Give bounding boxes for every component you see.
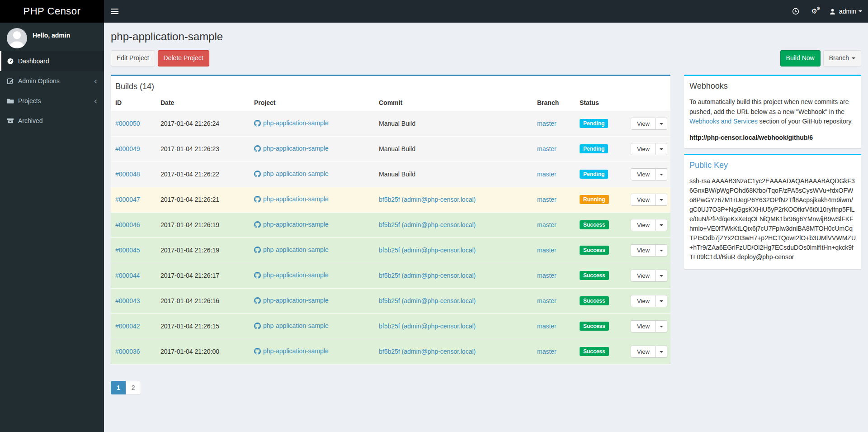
build-id-link[interactable]: #000045	[115, 247, 140, 254]
user-menu[interactable]: admin	[823, 0, 868, 23]
view-dropdown-toggle[interactable]	[656, 346, 667, 358]
cogs-icon: ⚙⚙	[811, 8, 817, 15]
status-badge: Pending	[580, 144, 608, 153]
project-link[interactable]: php-application-sample	[254, 221, 329, 228]
status-badge: Success	[580, 246, 609, 255]
edit-project-button[interactable]: Edit Project	[111, 50, 155, 66]
edit-icon	[7, 77, 14, 85]
status-badge: Success	[580, 296, 609, 305]
pagination: 12	[111, 381, 141, 394]
view-dropdown-toggle[interactable]	[656, 194, 667, 206]
view-dropdown-toggle[interactable]	[656, 168, 667, 180]
branch-link[interactable]: master	[537, 171, 557, 178]
view-dropdown-toggle[interactable]	[656, 219, 667, 231]
pagination-page-1[interactable]: 1	[111, 381, 126, 394]
branch-link[interactable]: master	[537, 247, 557, 254]
commit-text: Manual Build	[379, 171, 415, 178]
branch-link[interactable]: master	[537, 297, 557, 304]
branch-link[interactable]: master	[537, 120, 557, 127]
project-link[interactable]: php-application-sample	[254, 322, 329, 329]
commit-text: Manual Build	[379, 120, 415, 127]
folder-icon	[7, 97, 14, 104]
build-history-button[interactable]	[786, 0, 805, 23]
view-button[interactable]: View	[631, 194, 656, 206]
build-id-link[interactable]: #000046	[115, 221, 140, 228]
project-link[interactable]: php-application-sample	[254, 195, 329, 203]
view-button[interactable]: View	[631, 320, 656, 332]
build-date: 2017-01-04 21:26:22	[156, 161, 250, 187]
project-link[interactable]: php-application-sample	[254, 145, 329, 152]
sidebar-toggle-button[interactable]	[104, 0, 126, 23]
builds-title: Builds (14)	[115, 82, 666, 91]
app-logo[interactable]: PHP Censor	[0, 0, 104, 23]
project-link[interactable]: php-application-sample	[254, 297, 329, 304]
build-id-link[interactable]: #000044	[115, 272, 140, 279]
view-button[interactable]: View	[631, 219, 656, 231]
project-link[interactable]: php-application-sample	[254, 170, 329, 177]
build-id-link[interactable]: #000048	[115, 171, 140, 178]
build-id-link[interactable]: #000047	[115, 196, 140, 203]
project-link[interactable]: php-application-sample	[254, 246, 329, 253]
project-name: php-application-sample	[263, 246, 329, 253]
commit-link[interactable]: bf5b25f (admin@php-censor.local)	[379, 221, 476, 228]
view-button[interactable]: View	[631, 295, 656, 307]
build-row: #000044 2017-01-04 21:26:17 php-applicat…	[111, 263, 670, 288]
branch-link[interactable]: master	[537, 348, 557, 355]
main-content: php-application-sample Edit Project Dele…	[104, 23, 868, 401]
settings-button[interactable]: ⚙⚙	[805, 0, 823, 23]
commit-text: Manual Build	[379, 145, 415, 152]
view-dropdown-toggle[interactable]	[656, 270, 667, 282]
sidebar-menu: Dashboard Admin Options ‹ Projects ‹ Arc…	[0, 51, 104, 131]
branch-dropdown-button[interactable]: Branch	[823, 50, 861, 66]
caret-down-icon	[660, 123, 663, 125]
webhooks-services-link[interactable]: Webhooks and Services	[689, 118, 758, 125]
github-icon	[254, 348, 261, 355]
commit-link[interactable]: bf5b25f (admin@php-censor.local)	[379, 247, 476, 254]
build-id-link[interactable]: #000042	[115, 323, 140, 330]
branch-link[interactable]: master	[537, 145, 557, 152]
commit-link[interactable]: bf5b25f (admin@php-censor.local)	[379, 196, 476, 203]
col-header-id: ID	[111, 95, 156, 111]
view-button[interactable]: View	[631, 270, 656, 282]
branch-link[interactable]: master	[537, 221, 557, 228]
branch-link[interactable]: master	[537, 196, 557, 203]
branch-link[interactable]: master	[537, 323, 557, 330]
view-button[interactable]: View	[631, 143, 656, 155]
project-link[interactable]: php-application-sample	[254, 119, 329, 127]
build-id-link[interactable]: #000036	[115, 348, 140, 355]
sidebar-item-projects[interactable]: Projects ‹	[0, 91, 104, 111]
sidebar-item-admin-options[interactable]: Admin Options ‹	[0, 71, 104, 91]
build-id-link[interactable]: #000043	[115, 297, 140, 304]
build-id-link[interactable]: #000049	[115, 145, 140, 152]
caret-down-icon	[660, 224, 663, 226]
view-dropdown-toggle[interactable]	[656, 143, 667, 155]
delete-project-button[interactable]: Delete Project	[158, 50, 209, 66]
view-button[interactable]: View	[631, 118, 656, 130]
view-dropdown-toggle[interactable]	[656, 295, 667, 307]
build-now-button[interactable]: Build Now	[780, 50, 821, 66]
branch-link[interactable]: master	[537, 272, 557, 279]
project-name: php-application-sample	[263, 297, 329, 304]
commit-link[interactable]: bf5b25f (admin@php-censor.local)	[379, 348, 476, 355]
project-link[interactable]: php-application-sample	[254, 347, 329, 355]
view-dropdown-toggle[interactable]	[656, 244, 667, 256]
caret-down-icon	[660, 351, 663, 353]
commit-link[interactable]: bf5b25f (admin@php-censor.local)	[379, 297, 476, 304]
view-button[interactable]: View	[631, 346, 656, 358]
status-badge: Pending	[580, 119, 608, 128]
project-actions: Edit Project Delete Project Build Now Br…	[111, 50, 861, 66]
sidebar-item-dashboard[interactable]: Dashboard	[0, 51, 104, 71]
view-dropdown-toggle[interactable]	[656, 118, 667, 130]
pagination-page-2[interactable]: 2	[126, 381, 141, 394]
col-header-actions	[626, 95, 670, 111]
view-button[interactable]: View	[631, 244, 656, 256]
commit-link[interactable]: bf5b25f (admin@php-censor.local)	[379, 272, 476, 279]
view-dropdown-toggle[interactable]	[656, 320, 667, 332]
view-button[interactable]: View	[631, 168, 656, 180]
build-id-link[interactable]: #000050	[115, 120, 140, 127]
project-link[interactable]: php-application-sample	[254, 271, 329, 279]
public-key-value: ssh-rsa AAAAB3NzaC1yc2EAAAADAQABAAABAQDG…	[689, 176, 856, 262]
status-badge: Success	[580, 220, 609, 229]
sidebar-item-archived[interactable]: Archived	[0, 111, 104, 131]
commit-link[interactable]: bf5b25f (admin@php-censor.local)	[379, 323, 476, 330]
